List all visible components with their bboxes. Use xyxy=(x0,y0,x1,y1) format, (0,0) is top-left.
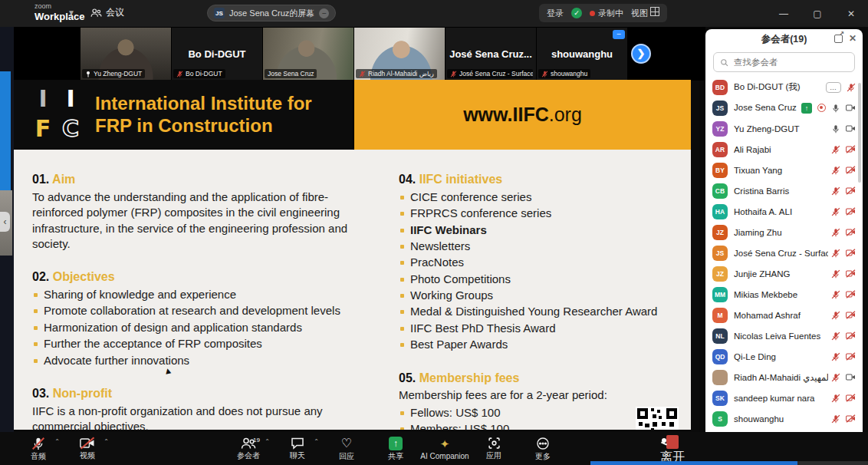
avatar: JS xyxy=(712,246,728,261)
slide-left-column: 01. Aim To advance the understanding and… xyxy=(32,171,379,430)
chevron-up-icon[interactable]: ⌃ xyxy=(265,438,270,445)
participant-name: Junjie ZHANG xyxy=(734,269,828,279)
login-button[interactable]: 登录 xyxy=(547,8,564,19)
toolbar-button[interactable]: ♡ ↑ ✦ 19 参会者 ⌃ xyxy=(224,434,273,464)
participant-row[interactable]: S shouwanghu … ↑ xyxy=(705,408,863,427)
toolbar-button[interactable]: ♡ ↑ ✦ 更多 ⌃ xyxy=(518,434,567,464)
recording-label: 录制中 xyxy=(598,8,623,19)
mic-muted-icon xyxy=(831,145,840,154)
participant-row[interactable]: M Mohamad Ashraf … ↑ xyxy=(705,305,863,325)
popout-panel-icon[interactable] xyxy=(834,35,843,43)
screen-share-pill[interactable]: JS Jose Sena Cruz的屏幕 – xyxy=(207,5,336,21)
camera-off-icon xyxy=(846,290,856,298)
participant-row[interactable]: NL Nicolas Leiva Fuentes … ↑ xyxy=(705,325,863,346)
recording-badge xyxy=(817,104,826,112)
toolbar-button[interactable]: ♡ ↑ ✦ 应用 ⌃ xyxy=(469,434,518,464)
participants-panel: 参会者(19) ✕ BD Bo Di-DGUT (我) … ↑ xyxy=(705,29,863,457)
avatar: JZ xyxy=(712,225,728,240)
muted-mic-icon xyxy=(541,71,548,78)
participant-row[interactable]: QD Qi-Le Ding … ↑ xyxy=(705,346,863,367)
camera-on-icon xyxy=(846,373,856,381)
avatar: JS xyxy=(712,101,728,116)
avatar: QD xyxy=(712,349,728,364)
camera-off-icon xyxy=(846,331,856,340)
participant-search[interactable] xyxy=(713,52,855,72)
participant-row[interactable]: JS Jose Sena Cruz (主持人) … ↑ xyxy=(705,97,863,118)
tile-name-label: Yu Zheng-DGUT xyxy=(82,69,145,78)
more-options-button[interactable]: … xyxy=(826,82,841,93)
next-participants-button[interactable]: ❯ xyxy=(631,44,651,64)
background-window-edge xyxy=(0,27,14,465)
mic-muted-icon xyxy=(831,373,840,382)
camera-on-icon xyxy=(846,104,856,112)
close-button[interactable]: ✕ xyxy=(834,0,868,27)
bullet-item: IIFC Best PhD Thesis Award xyxy=(399,321,682,336)
toolbar-button[interactable]: ♡ ↑ ✦ 共享 ⌃ xyxy=(371,434,420,464)
camera-off-icon xyxy=(846,311,856,319)
chevron-up-icon[interactable]: ⌃ xyxy=(54,438,60,445)
video-tile[interactable]: – Riadh Al-Mahaidi رياض xyxy=(354,28,445,80)
video-tile[interactable]: Bo Di-DGUT – Bo Di-DGUT xyxy=(172,28,262,80)
participant-row[interactable]: JZ Junjie ZHANG … ↑ xyxy=(705,263,863,284)
collapse-panel-arrow[interactable]: ‹ xyxy=(0,212,10,232)
participant-row[interactable]: SK sandeep kumar nara … ↑ xyxy=(705,388,863,408)
chevron-up-icon[interactable]: ⌃ xyxy=(104,438,109,445)
mic-muted-icon xyxy=(831,228,840,237)
recording-indicator: 录制中 xyxy=(590,8,623,19)
share-owner-badge: JS xyxy=(214,8,225,18)
participant-row[interactable]: Riadh Al-Mahaidi رياض المهيدي … ↑ xyxy=(705,367,863,388)
chevron-down-icon[interactable]: ▼ xyxy=(67,8,75,17)
toolbar-button[interactable]: ♡ ↑ ✦ AI Companion ⌃ xyxy=(420,434,469,464)
view-button[interactable]: 视图 xyxy=(631,7,659,19)
share-owner-label: Jose Sena Cruz的屏幕 xyxy=(229,8,314,19)
avatar: S xyxy=(712,411,728,427)
participant-name: Mikias Mekbebe xyxy=(734,290,828,299)
mic-muted-icon xyxy=(831,207,840,216)
stop-share-icon[interactable]: – xyxy=(319,8,329,18)
participant-name: Hothaifa A. ALI xyxy=(734,207,828,216)
participant-row[interactable]: AR Ali Rajabi … ↑ xyxy=(705,139,863,160)
toolbar-button[interactable]: 视频 ⌃ xyxy=(63,434,112,464)
participant-row[interactable]: MM Mikias Mekbebe … ↑ xyxy=(705,284,863,305)
video-tile[interactable]: shouwanghu – shouwanghu xyxy=(537,28,627,80)
avatar: SK xyxy=(712,391,728,406)
participant-row[interactable]: HA Hothaifa A. ALI … ↑ xyxy=(705,201,863,222)
search-input[interactable] xyxy=(732,57,853,68)
bullet-icon xyxy=(400,411,404,415)
mic-muted-icon xyxy=(831,186,840,196)
muted-mic-icon xyxy=(450,71,457,78)
iifc-logo: I I F C xyxy=(29,85,84,145)
participant-row[interactable]: BD Bo Di-DGUT (我) … ↑ xyxy=(705,77,863,97)
camera-off-icon xyxy=(846,269,856,278)
video-tile[interactable]: – Jose Sena Cruz xyxy=(263,28,353,80)
meeting-menu[interactable]: 会议 xyxy=(90,6,124,19)
panel-scrollbar[interactable] xyxy=(858,83,861,183)
minimize-button[interactable]: — xyxy=(767,0,801,27)
video-tile[interactable]: – Yu Zheng-DGUT xyxy=(81,28,171,80)
participant-row[interactable]: JS José Sena Cruz - Surface … ↑ xyxy=(705,242,863,263)
bullet-icon xyxy=(34,326,38,330)
participant-row[interactable]: BY Tixuan Yang … ↑ xyxy=(705,160,863,180)
minimize-strip-icon[interactable]: – xyxy=(613,30,625,39)
bullet-item: CICE conference series xyxy=(399,190,682,205)
close-panel-icon[interactable]: ✕ xyxy=(849,33,856,44)
toolbar-button[interactable]: ♡ ↑ ✦ 回应 ⌃ xyxy=(322,434,371,464)
toolbar-button[interactable]: 音频 ⌃ xyxy=(14,434,63,464)
mic-muted-icon xyxy=(831,331,840,341)
participant-row[interactable]: CB Cristina Barris … ↑ xyxy=(705,180,863,201)
tile-name-text: shouwanghu xyxy=(551,70,587,78)
participant-row[interactable]: YZ Yu Zheng-DGUT … ↑ xyxy=(705,118,863,139)
camera-off-icon xyxy=(846,145,856,153)
bullet-icon xyxy=(400,310,404,314)
video-tile[interactable]: José Sena Cruz... – José Sena Cruz - Sur… xyxy=(446,28,536,80)
participant-name: Tixuan Yang xyxy=(734,166,828,175)
maximize-button[interactable]: ▢ xyxy=(801,0,834,27)
recording-dot-icon xyxy=(590,11,595,16)
security-shield-icon[interactable]: ✓ xyxy=(571,8,582,18)
participant-row[interactable]: JZ Jiaming Zhu … ↑ xyxy=(705,222,863,242)
chevron-up-icon[interactable]: ⌃ xyxy=(314,438,319,445)
search-icon xyxy=(720,58,728,67)
more-icon xyxy=(536,437,550,450)
toolbar-button[interactable]: ♡ ↑ ✦ 聊天 ⌃ xyxy=(273,434,322,464)
mic-muted-icon xyxy=(831,249,840,258)
